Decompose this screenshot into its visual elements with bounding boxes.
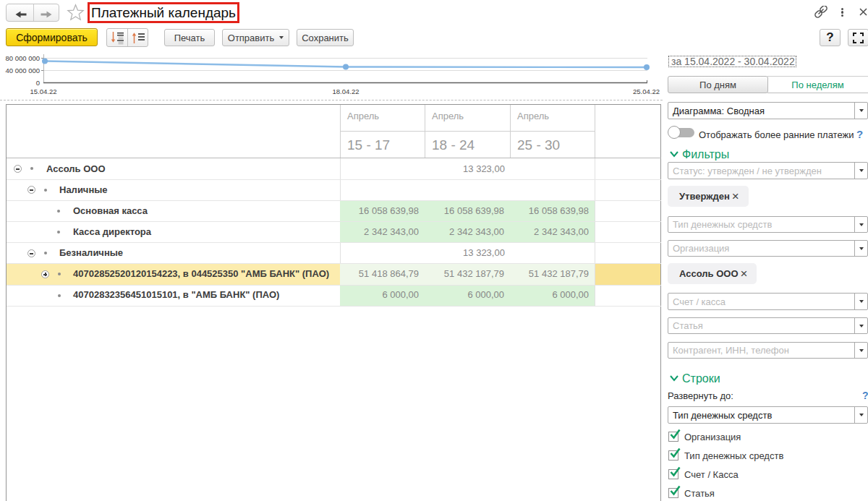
svg-text:25.04.22: 25.04.22 [633,87,660,95]
svg-text:18.04.22: 18.04.22 [333,87,359,95]
svg-text:0: 0 [36,79,40,87]
svg-text:15.04.22: 15.04.22 [30,87,57,95]
svg-text:80 000 000: 80 000 000 [5,54,40,62]
svg-text:40 000 000: 40 000 000 [5,67,40,74]
